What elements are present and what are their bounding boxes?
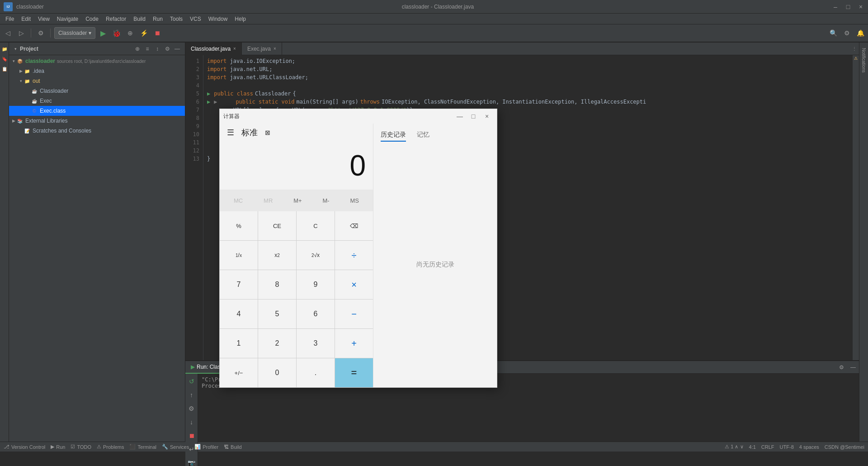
tab-exec-java[interactable]: Exec.java ×: [242, 43, 282, 55]
menu-help[interactable]: Help: [231, 15, 250, 23]
menu-code[interactable]: Code: [82, 15, 102, 23]
project-panel-settings-button[interactable]: ⚙: [163, 45, 171, 53]
project-panel-locate-button[interactable]: ⊕: [133, 45, 142, 53]
sidebar-project-icon[interactable]: 📁: [0, 44, 9, 53]
calc-add-button[interactable]: +: [335, 329, 373, 358]
tab-exec-close[interactable]: ×: [274, 46, 276, 51]
coverage-button[interactable]: ⊕: [124, 27, 136, 39]
memory-recall-button[interactable]: MR: [260, 195, 276, 206]
calculator-nav-icon-button[interactable]: ⊠: [261, 126, 274, 139]
menu-refactor[interactable]: Refactor: [102, 15, 130, 23]
calc-c-button[interactable]: C: [297, 211, 335, 240]
status-encoding[interactable]: UTF-8: [780, 444, 794, 450]
calc-percent-button[interactable]: %: [220, 211, 258, 240]
status-git-user[interactable]: CSDN @Sentimei: [825, 444, 864, 450]
run-settings-button[interactable]: ⚙: [186, 403, 198, 414]
calc-2-button[interactable]: 2: [258, 329, 296, 358]
calc-negate-button[interactable]: +/−: [220, 358, 258, 387]
search-everywhere-button[interactable]: 🔍: [827, 27, 839, 39]
memory-subtract-button[interactable]: M-: [319, 195, 333, 206]
status-run[interactable]: ▶ Run: [51, 444, 65, 450]
calculator-menu-button[interactable]: ☰: [223, 125, 238, 140]
tree-item-exec-java[interactable]: ☕ Exec: [9, 96, 185, 106]
tree-item-ext-libs[interactable]: ▶ 📚 External Libraries: [9, 116, 185, 126]
status-position[interactable]: 4:1: [749, 444, 756, 450]
run-panel-settings-button[interactable]: ⚙: [835, 361, 847, 373]
tree-item-classloader-java[interactable]: ☕ Classloader: [9, 86, 185, 96]
debug-button[interactable]: 🐞: [111, 27, 123, 39]
tree-item-out[interactable]: ▾ 📁 out: [9, 76, 185, 86]
calculator-maximize-button[interactable]: □: [467, 111, 480, 121]
calc-subtract-button[interactable]: −: [335, 300, 373, 328]
project-panel-collapse-button[interactable]: ↕: [153, 45, 161, 53]
toolbar-back-button[interactable]: ◁: [2, 27, 14, 39]
minimize-button[interactable]: –: [832, 3, 839, 10]
calc-sqrt-button[interactable]: 2√x: [297, 241, 335, 270]
menu-run[interactable]: Run: [149, 15, 166, 23]
calculator-close-button[interactable]: ×: [481, 111, 493, 121]
status-line-ending[interactable]: CRLF: [761, 444, 774, 450]
tree-item-scratches[interactable]: 📝 Scratches and Consoles: [9, 126, 185, 136]
menu-view[interactable]: View: [34, 15, 53, 23]
memory-add-button[interactable]: M+: [290, 195, 305, 206]
calc-7-button[interactable]: 7: [220, 270, 258, 299]
memory-clear-button[interactable]: MC: [230, 195, 246, 206]
menu-file[interactable]: File: [2, 15, 18, 23]
tree-item-exec-class[interactable]: © Exec.class: [9, 106, 185, 116]
menu-navigate[interactable]: Navigate: [53, 15, 82, 23]
menu-vcs[interactable]: VCS: [186, 15, 205, 23]
status-profiler[interactable]: 📊 Profiler: [194, 444, 218, 450]
tab-classloader-close[interactable]: ×: [233, 46, 236, 51]
memory-store-button[interactable]: MS: [347, 195, 363, 206]
project-panel-expand-button[interactable]: ≡: [143, 45, 151, 53]
status-services[interactable]: 🔧 Services: [162, 444, 189, 450]
status-version-control[interactable]: ⎇ Version Control: [4, 444, 45, 450]
tab-classloader-java[interactable]: Classloader.java ×: [185, 43, 242, 55]
menu-build[interactable]: Build: [130, 15, 149, 23]
calc-divide-button[interactable]: ÷: [335, 241, 373, 270]
editor-options-button[interactable]: ⋮: [850, 43, 859, 55]
run-up-button[interactable]: ↑: [186, 389, 198, 401]
calc-decimal-button[interactable]: .: [297, 358, 335, 387]
calc-memory-tab[interactable]: 记忆: [417, 131, 429, 142]
calc-3-button[interactable]: 3: [297, 329, 335, 358]
status-build[interactable]: 🏗 Build: [224, 444, 241, 450]
notifications-button[interactable]: 🔔: [854, 27, 866, 39]
tree-item-classloader-root[interactable]: ▾ 📦 classloader sources root, D:\java\un…: [9, 56, 185, 66]
calc-ce-button[interactable]: CE: [258, 211, 296, 240]
stop-button[interactable]: ⏹: [151, 27, 163, 39]
run-button[interactable]: ▶: [97, 27, 109, 39]
profiler-button[interactable]: ⚡: [138, 27, 150, 39]
calc-4-button[interactable]: 4: [220, 300, 258, 328]
sidebar-bookmarks-icon[interactable]: 🔖: [0, 54, 9, 63]
calc-backspace-button[interactable]: ⌫: [335, 211, 373, 240]
calc-5-button[interactable]: 5: [258, 300, 296, 328]
tree-item-idea[interactable]: ▶ 📁 .idea: [9, 66, 185, 76]
sidebar-notifications-label[interactable]: Notifications: [860, 44, 867, 76]
toolbar-forward-button[interactable]: ▷: [15, 27, 27, 39]
warning-indicator[interactable]: ⚠: [854, 56, 858, 61]
status-todo[interactable]: ☑ TODO: [71, 444, 91, 450]
status-warning-count[interactable]: ⚠ 1 ∧ ∨: [725, 444, 743, 450]
status-problems[interactable]: ⚠ Problems: [97, 444, 124, 450]
calculator-minimize-button[interactable]: —: [453, 111, 466, 121]
menu-window[interactable]: Window: [205, 15, 231, 23]
calc-square-button[interactable]: x2: [258, 241, 296, 270]
calc-1-button[interactable]: 1: [220, 329, 258, 358]
calc-equals-button[interactable]: =: [335, 358, 373, 387]
status-indent[interactable]: 4 spaces: [799, 444, 819, 450]
run-camera-button[interactable]: 📷: [186, 457, 198, 466]
run-stop-button[interactable]: ⏹: [186, 430, 198, 442]
toolbar-build-button[interactable]: ⚙: [35, 27, 47, 39]
calc-6-button[interactable]: 6: [297, 300, 335, 328]
run-config-selector[interactable]: Classloader ▾: [54, 27, 95, 39]
menu-tools[interactable]: Tools: [166, 15, 186, 23]
settings-button[interactable]: ⚙: [841, 27, 853, 39]
calc-0-button[interactable]: 0: [258, 358, 296, 387]
run-restart-button[interactable]: ↺: [186, 376, 198, 387]
run-down-button[interactable]: ↓: [186, 416, 198, 428]
close-button[interactable]: ×: [857, 3, 864, 10]
status-terminal[interactable]: ⬛ Terminal: [129, 444, 156, 450]
project-panel-minimize-button[interactable]: —: [173, 45, 181, 53]
run-panel-minimize-button[interactable]: —: [847, 361, 859, 373]
